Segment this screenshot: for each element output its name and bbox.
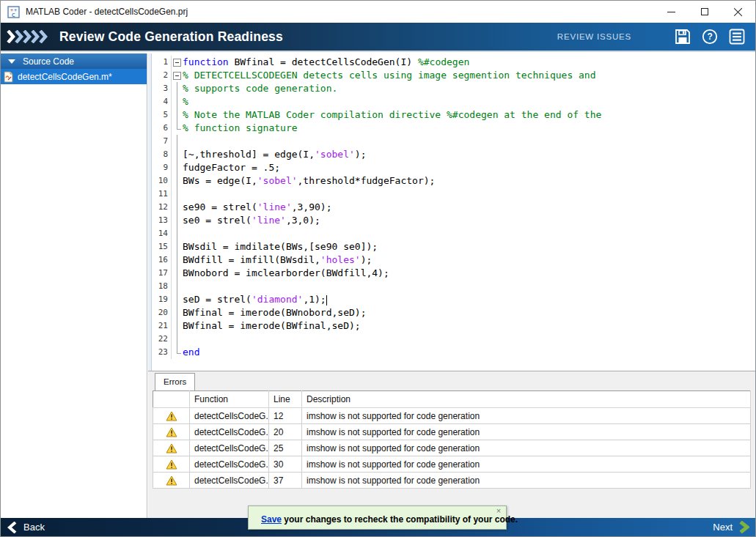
code-line[interactable]: 6% function signature: [153, 122, 755, 135]
review-issues-label[interactable]: REVIEW ISSUES: [557, 32, 631, 41]
code-line[interactable]: 18: [153, 280, 755, 293]
line-number: 20: [153, 306, 172, 319]
code-editor[interactable]: 1function BWfinal = detectCellsCodeGen(I…: [148, 53, 755, 371]
code-line[interactable]: 14: [153, 227, 755, 240]
error-row[interactable]: detectCellsCodeG...12imshow is not suppo…: [153, 408, 751, 424]
fold-marker: [172, 253, 183, 267]
help-button[interactable]: ?: [701, 28, 719, 45]
errors-table-wrap: Function Line Description detectCellsCod…: [153, 390, 751, 489]
code-line[interactable]: 16BWdfill = imfill(BWsdil,'holes');: [153, 253, 755, 267]
line-number: 13: [153, 214, 172, 227]
function-cell: detectCellsCodeG...: [190, 408, 269, 424]
tab-errors[interactable]: Errors: [155, 373, 195, 390]
next-button[interactable]: Next: [713, 521, 749, 533]
line-number: 15: [153, 240, 172, 253]
fold-marker: [172, 240, 183, 253]
code-line[interactable]: 20BWfinal = imerode(BWnobord,seD);: [153, 306, 755, 319]
column-header-function[interactable]: Function: [190, 391, 269, 408]
next-label: Next: [713, 522, 733, 533]
save-button[interactable]: [674, 28, 691, 45]
code-line[interactable]: 5% Note the MATLAB Coder compilation dir…: [153, 108, 755, 122]
warning-cell: [153, 424, 190, 440]
fold-collapse-icon[interactable]: [172, 69, 183, 82]
function-cell: detectCellsCodeG...: [190, 456, 269, 473]
notification-text: Save your changes to recheck the compati…: [261, 514, 518, 525]
line-number: 8: [153, 148, 172, 161]
code-text: %: [183, 95, 188, 108]
code-text: BWdfill = imfill(BWsdil,'holes');: [183, 253, 372, 267]
code-line[interactable]: 15BWsdil = imdilate(BWs,[se90 se0]);: [153, 240, 755, 253]
errors-panel: Errors Function Line Description detectC…: [148, 371, 755, 518]
line-number: 11: [153, 188, 172, 201]
code-line[interactable]: 11: [153, 188, 755, 201]
minimize-button[interactable]: [654, 1, 688, 23]
code-line[interactable]: 3% supports code generation.: [153, 82, 755, 95]
code-line[interactable]: 7: [153, 135, 755, 148]
page-title: Review Code Generation Readiness: [59, 29, 283, 45]
function-cell: detectCellsCodeG...: [190, 440, 269, 456]
line-number: 10: [153, 174, 172, 188]
svg-text:c: c: [12, 10, 15, 18]
source-code-section-header[interactable]: Source Code: [1, 53, 147, 69]
close-icon: [734, 7, 743, 16]
line-number: 14: [153, 227, 172, 240]
code-lines-container: 1function BWfinal = detectCellsCodeGen(I…: [153, 56, 755, 359]
code-line[interactable]: 23end: [153, 346, 755, 359]
code-line[interactable]: 1function BWfinal = detectCellsCodeGen(I…: [153, 56, 755, 69]
fold-marker: [172, 319, 183, 333]
notification-message: your changes to recheck the compatibilit…: [282, 514, 518, 525]
column-header-description[interactable]: Description: [302, 391, 751, 408]
code-line[interactable]: 4%: [153, 95, 755, 108]
code-line[interactable]: 22: [153, 333, 755, 346]
code-text: se0 = strel('line',3,0);: [183, 214, 320, 227]
code-line[interactable]: 19seD = strel('diamond',1);: [153, 293, 755, 306]
column-header-icon[interactable]: [153, 391, 190, 408]
fold-marker: [172, 188, 183, 201]
code-line[interactable]: 8[~,threshold] = edge(I,'sobel');: [153, 148, 755, 161]
fold-marker: [172, 201, 183, 214]
line-number: 18: [153, 280, 172, 293]
save-icon: [675, 29, 691, 45]
code-text: BWs = edge(I,'sobel',threshold*fudgeFact…: [183, 174, 435, 188]
warning-cell: [153, 408, 190, 424]
menu-button[interactable]: [728, 28, 746, 45]
source-code-sidebar: Source Code detectCellsCodeGen.m*: [1, 53, 147, 518]
line-number: 17: [153, 267, 172, 280]
close-button[interactable]: [722, 1, 755, 23]
warning-icon: [166, 411, 177, 421]
save-link[interactable]: Save: [261, 514, 282, 525]
code-line[interactable]: 12se90 = strel('line',3,90);: [153, 201, 755, 214]
line-number: 7: [153, 135, 172, 148]
text-cursor: [326, 295, 327, 305]
code-line[interactable]: 13se0 = strel('line',3,0);: [153, 214, 755, 227]
collapse-triangle-icon: [8, 59, 15, 64]
back-button[interactable]: Back: [7, 522, 45, 533]
maximize-button[interactable]: [688, 1, 722, 23]
errors-header-row: Function Line Description: [153, 391, 751, 408]
error-row[interactable]: detectCellsCodeG...30imshow is not suppo…: [153, 456, 751, 473]
description-cell: imshow is not supported for code generat…: [302, 473, 751, 489]
sidebar-item-detectcellscodegen[interactable]: detectCellsCodeGen.m*: [1, 69, 147, 84]
column-header-line[interactable]: Line: [269, 391, 302, 408]
code-line[interactable]: 2% DETECTCELLSCODEGEN detects cells usin…: [153, 69, 755, 82]
line-number: 22: [153, 333, 172, 346]
code-text: % Note the MATLAB Coder compilation dire…: [183, 108, 601, 122]
code-line[interactable]: 10BWs = edge(I,'sobel',threshold*fudgeFa…: [153, 174, 755, 188]
code-text: BWfinal = imerode(BWnobord,seD);: [183, 306, 366, 319]
code-line[interactable]: 9fudgeFactor = .5;: [153, 161, 755, 174]
code-line[interactable]: 21BWfinal = imerode(BWfinal,seD);: [153, 319, 755, 333]
error-row[interactable]: detectCellsCodeG...25imshow is not suppo…: [153, 440, 751, 456]
warning-icon: [166, 427, 177, 437]
warning-cell: [153, 473, 190, 489]
description-cell: imshow is not supported for code generat…: [302, 456, 751, 473]
line-number: 1: [153, 56, 172, 69]
fold-collapse-icon[interactable]: [172, 56, 183, 69]
code-line[interactable]: 17BWnobord = imclearborder(BWdfill,4);: [153, 267, 755, 280]
matlab-file-icon: [3, 71, 14, 83]
error-row[interactable]: detectCellsCodeG...37imshow is not suppo…: [153, 473, 751, 489]
line-number: 3: [153, 82, 172, 95]
warning-cell: [153, 440, 190, 456]
minimize-icon: [667, 12, 675, 12]
error-row[interactable]: detectCellsCodeG...20imshow is not suppo…: [153, 424, 751, 440]
fold-marker: [172, 108, 183, 122]
